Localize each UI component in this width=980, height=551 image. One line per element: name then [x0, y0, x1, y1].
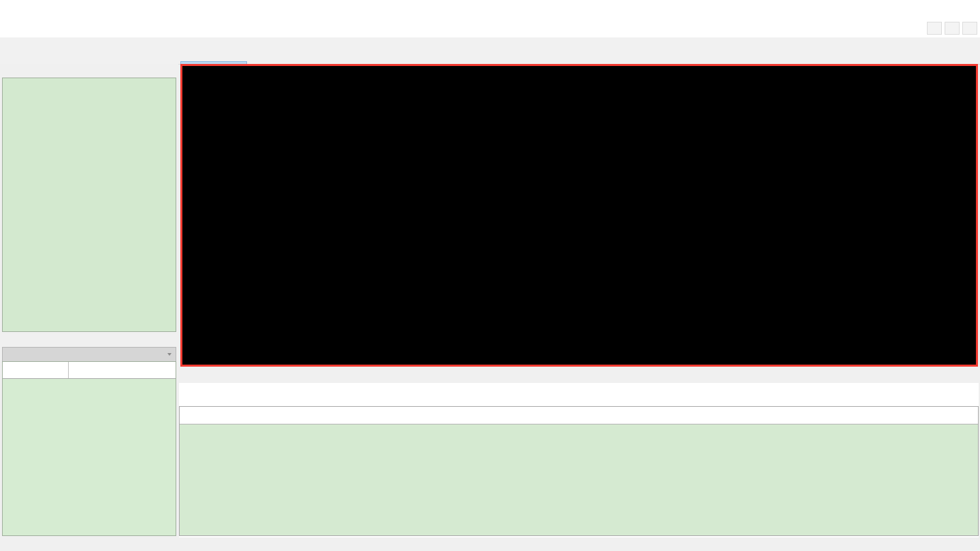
status-bar — [0, 537, 980, 551]
menu-bar — [0, 19, 980, 38]
properties-table — [2, 361, 176, 536]
float-panel-icon[interactable] — [152, 65, 163, 76]
float-panel-icon[interactable] — [953, 372, 964, 383]
title-bar — [0, 0, 980, 20]
structure-viewport[interactable] — [180, 64, 978, 367]
project-panel — [0, 64, 178, 333]
job-manager-panel — [178, 371, 980, 537]
minimize-button[interactable] — [886, 0, 917, 19]
column-header-properties — [3, 362, 69, 378]
project-tree — [2, 78, 176, 332]
job-status-row — [179, 383, 979, 406]
job-table-body — [180, 424, 978, 535]
float-panel-icon[interactable] — [152, 335, 163, 346]
column-header-value — [69, 362, 176, 378]
mdi-restore-button[interactable] — [945, 22, 960, 35]
mdi-close-button[interactable] — [962, 22, 977, 35]
structure-canvas[interactable] — [182, 66, 976, 365]
app-logo-icon — [5, 3, 18, 16]
close-button[interactable] — [949, 0, 980, 19]
feedback-icon[interactable] — [823, 0, 855, 19]
mdi-minimize-button[interactable] — [927, 22, 942, 35]
properties-table-header — [3, 362, 176, 379]
chevron-down-icon — [167, 353, 172, 356]
job-table — [179, 406, 979, 536]
user-account-icon[interactable] — [855, 0, 886, 19]
symmetry-system-dropdown[interactable] — [2, 347, 176, 362]
close-panel-icon[interactable] — [164, 335, 175, 346]
close-panel-icon[interactable] — [966, 372, 977, 383]
properties-panel — [0, 333, 178, 537]
maximize-button[interactable] — [917, 0, 949, 19]
close-panel-icon[interactable] — [164, 65, 175, 76]
main-toolbar — [0, 37, 980, 65]
